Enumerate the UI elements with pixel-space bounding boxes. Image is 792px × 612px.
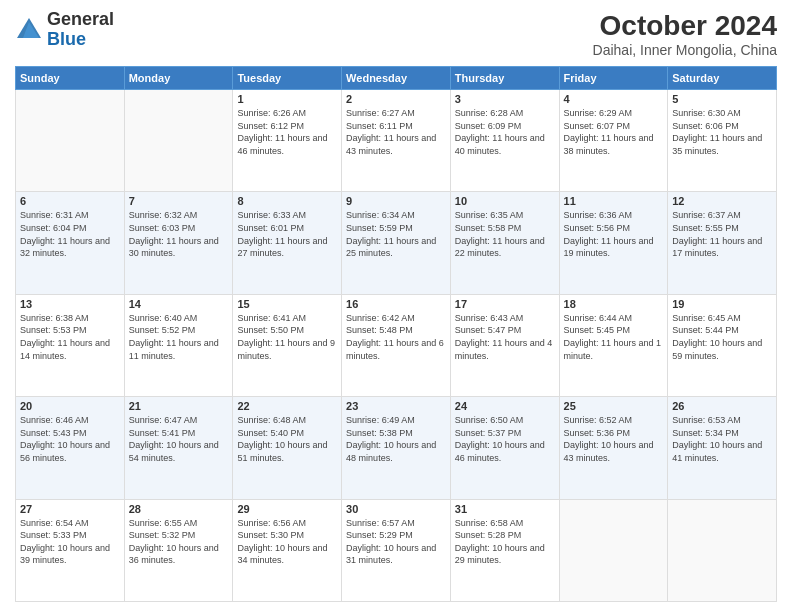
- day-number: 9: [346, 195, 446, 207]
- calendar-title: October 2024: [593, 10, 777, 42]
- day-number: 28: [129, 503, 229, 515]
- header: General Blue October 2024 Daihai, Inner …: [15, 10, 777, 58]
- day-number: 30: [346, 503, 446, 515]
- day-info: Sunrise: 6:41 AM Sunset: 5:50 PM Dayligh…: [237, 312, 337, 362]
- day-number: 22: [237, 400, 337, 412]
- day-number: 17: [455, 298, 555, 310]
- day-number: 21: [129, 400, 229, 412]
- day-info: Sunrise: 6:45 AM Sunset: 5:44 PM Dayligh…: [672, 312, 772, 362]
- page: General Blue October 2024 Daihai, Inner …: [0, 0, 792, 612]
- calendar-day-cell: 9Sunrise: 6:34 AM Sunset: 5:59 PM Daylig…: [342, 192, 451, 294]
- logo: General Blue: [15, 10, 114, 50]
- day-number: 14: [129, 298, 229, 310]
- calendar-day-cell: 24Sunrise: 6:50 AM Sunset: 5:37 PM Dayli…: [450, 397, 559, 499]
- calendar-day-cell: 22Sunrise: 6:48 AM Sunset: 5:40 PM Dayli…: [233, 397, 342, 499]
- calendar-header-day: Friday: [559, 67, 668, 90]
- day-info: Sunrise: 6:27 AM Sunset: 6:11 PM Dayligh…: [346, 107, 446, 157]
- day-info: Sunrise: 6:44 AM Sunset: 5:45 PM Dayligh…: [564, 312, 664, 362]
- calendar-day-cell: 7Sunrise: 6:32 AM Sunset: 6:03 PM Daylig…: [124, 192, 233, 294]
- day-info: Sunrise: 6:35 AM Sunset: 5:58 PM Dayligh…: [455, 209, 555, 259]
- calendar-table: SundayMondayTuesdayWednesdayThursdayFrid…: [15, 66, 777, 602]
- day-info: Sunrise: 6:28 AM Sunset: 6:09 PM Dayligh…: [455, 107, 555, 157]
- day-number: 3: [455, 93, 555, 105]
- day-info: Sunrise: 6:56 AM Sunset: 5:30 PM Dayligh…: [237, 517, 337, 567]
- day-number: 7: [129, 195, 229, 207]
- logo-icon: [15, 16, 43, 44]
- day-info: Sunrise: 6:54 AM Sunset: 5:33 PM Dayligh…: [20, 517, 120, 567]
- logo-text: General Blue: [47, 10, 114, 50]
- day-number: 10: [455, 195, 555, 207]
- day-info: Sunrise: 6:53 AM Sunset: 5:34 PM Dayligh…: [672, 414, 772, 464]
- calendar-day-cell: 13Sunrise: 6:38 AM Sunset: 5:53 PM Dayli…: [16, 294, 125, 396]
- calendar-day-cell: [559, 499, 668, 601]
- day-info: Sunrise: 6:36 AM Sunset: 5:56 PM Dayligh…: [564, 209, 664, 259]
- calendar-day-cell: 1Sunrise: 6:26 AM Sunset: 6:12 PM Daylig…: [233, 90, 342, 192]
- calendar-day-cell: 2Sunrise: 6:27 AM Sunset: 6:11 PM Daylig…: [342, 90, 451, 192]
- day-number: 4: [564, 93, 664, 105]
- calendar-day-cell: 12Sunrise: 6:37 AM Sunset: 5:55 PM Dayli…: [668, 192, 777, 294]
- calendar-header-day: Monday: [124, 67, 233, 90]
- day-info: Sunrise: 6:33 AM Sunset: 6:01 PM Dayligh…: [237, 209, 337, 259]
- day-number: 1: [237, 93, 337, 105]
- day-number: 26: [672, 400, 772, 412]
- day-info: Sunrise: 6:46 AM Sunset: 5:43 PM Dayligh…: [20, 414, 120, 464]
- calendar-day-cell: [16, 90, 125, 192]
- day-info: Sunrise: 6:42 AM Sunset: 5:48 PM Dayligh…: [346, 312, 446, 362]
- logo-general-text: General: [47, 9, 114, 29]
- day-number: 11: [564, 195, 664, 207]
- calendar-day-cell: 25Sunrise: 6:52 AM Sunset: 5:36 PM Dayli…: [559, 397, 668, 499]
- day-info: Sunrise: 6:58 AM Sunset: 5:28 PM Dayligh…: [455, 517, 555, 567]
- day-info: Sunrise: 6:26 AM Sunset: 6:12 PM Dayligh…: [237, 107, 337, 157]
- day-info: Sunrise: 6:30 AM Sunset: 6:06 PM Dayligh…: [672, 107, 772, 157]
- calendar-day-cell: 6Sunrise: 6:31 AM Sunset: 6:04 PM Daylig…: [16, 192, 125, 294]
- day-info: Sunrise: 6:43 AM Sunset: 5:47 PM Dayligh…: [455, 312, 555, 362]
- day-info: Sunrise: 6:49 AM Sunset: 5:38 PM Dayligh…: [346, 414, 446, 464]
- day-number: 16: [346, 298, 446, 310]
- calendar-day-cell: [124, 90, 233, 192]
- calendar-day-cell: 19Sunrise: 6:45 AM Sunset: 5:44 PM Dayli…: [668, 294, 777, 396]
- calendar-header-day: Wednesday: [342, 67, 451, 90]
- calendar-week-row: 27Sunrise: 6:54 AM Sunset: 5:33 PM Dayli…: [16, 499, 777, 601]
- day-number: 6: [20, 195, 120, 207]
- calendar-header-day: Thursday: [450, 67, 559, 90]
- day-info: Sunrise: 6:40 AM Sunset: 5:52 PM Dayligh…: [129, 312, 229, 362]
- day-info: Sunrise: 6:37 AM Sunset: 5:55 PM Dayligh…: [672, 209, 772, 259]
- day-info: Sunrise: 6:38 AM Sunset: 5:53 PM Dayligh…: [20, 312, 120, 362]
- title-block: October 2024 Daihai, Inner Mongolia, Chi…: [593, 10, 777, 58]
- day-number: 31: [455, 503, 555, 515]
- calendar-day-cell: 18Sunrise: 6:44 AM Sunset: 5:45 PM Dayli…: [559, 294, 668, 396]
- day-number: 29: [237, 503, 337, 515]
- logo-blue-text: Blue: [47, 29, 86, 49]
- day-info: Sunrise: 6:50 AM Sunset: 5:37 PM Dayligh…: [455, 414, 555, 464]
- calendar-header-day: Saturday: [668, 67, 777, 90]
- calendar-day-cell: 11Sunrise: 6:36 AM Sunset: 5:56 PM Dayli…: [559, 192, 668, 294]
- day-info: Sunrise: 6:47 AM Sunset: 5:41 PM Dayligh…: [129, 414, 229, 464]
- calendar-day-cell: 3Sunrise: 6:28 AM Sunset: 6:09 PM Daylig…: [450, 90, 559, 192]
- calendar-day-cell: 15Sunrise: 6:41 AM Sunset: 5:50 PM Dayli…: [233, 294, 342, 396]
- calendar-day-cell: 16Sunrise: 6:42 AM Sunset: 5:48 PM Dayli…: [342, 294, 451, 396]
- calendar-week-row: 13Sunrise: 6:38 AM Sunset: 5:53 PM Dayli…: [16, 294, 777, 396]
- calendar-day-cell: 21Sunrise: 6:47 AM Sunset: 5:41 PM Dayli…: [124, 397, 233, 499]
- calendar-day-cell: 30Sunrise: 6:57 AM Sunset: 5:29 PM Dayli…: [342, 499, 451, 601]
- calendar-day-cell: 31Sunrise: 6:58 AM Sunset: 5:28 PM Dayli…: [450, 499, 559, 601]
- calendar-day-cell: 28Sunrise: 6:55 AM Sunset: 5:32 PM Dayli…: [124, 499, 233, 601]
- day-info: Sunrise: 6:29 AM Sunset: 6:07 PM Dayligh…: [564, 107, 664, 157]
- calendar-day-cell: 14Sunrise: 6:40 AM Sunset: 5:52 PM Dayli…: [124, 294, 233, 396]
- calendar-day-cell: 5Sunrise: 6:30 AM Sunset: 6:06 PM Daylig…: [668, 90, 777, 192]
- day-info: Sunrise: 6:55 AM Sunset: 5:32 PM Dayligh…: [129, 517, 229, 567]
- day-number: 5: [672, 93, 772, 105]
- calendar-day-cell: 27Sunrise: 6:54 AM Sunset: 5:33 PM Dayli…: [16, 499, 125, 601]
- calendar-header-day: Sunday: [16, 67, 125, 90]
- calendar-day-cell: 8Sunrise: 6:33 AM Sunset: 6:01 PM Daylig…: [233, 192, 342, 294]
- day-number: 19: [672, 298, 772, 310]
- day-number: 13: [20, 298, 120, 310]
- day-info: Sunrise: 6:48 AM Sunset: 5:40 PM Dayligh…: [237, 414, 337, 464]
- day-number: 8: [237, 195, 337, 207]
- calendar-day-cell: 20Sunrise: 6:46 AM Sunset: 5:43 PM Dayli…: [16, 397, 125, 499]
- calendar-day-cell: 10Sunrise: 6:35 AM Sunset: 5:58 PM Dayli…: [450, 192, 559, 294]
- calendar-day-cell: 29Sunrise: 6:56 AM Sunset: 5:30 PM Dayli…: [233, 499, 342, 601]
- calendar-day-cell: [668, 499, 777, 601]
- day-info: Sunrise: 6:57 AM Sunset: 5:29 PM Dayligh…: [346, 517, 446, 567]
- calendar-week-row: 1Sunrise: 6:26 AM Sunset: 6:12 PM Daylig…: [16, 90, 777, 192]
- day-number: 20: [20, 400, 120, 412]
